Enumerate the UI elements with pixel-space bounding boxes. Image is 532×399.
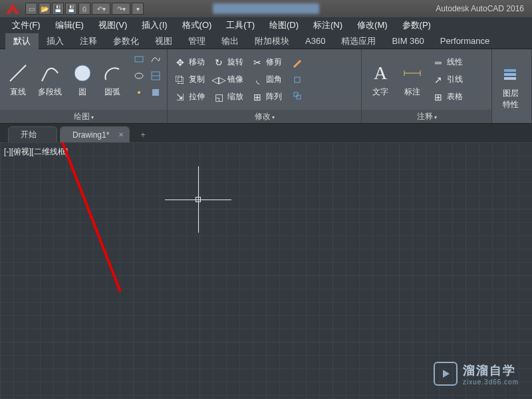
linetype-button[interactable]: ═线性 [430, 55, 466, 70]
array-label: 阵列 [266, 91, 282, 102]
trim-button[interactable]: ✂修剪 [249, 55, 285, 70]
rotate-icon: ↻ [213, 57, 225, 68]
svg-point-6 [138, 91, 140, 94]
mirror-label: 镜像 [227, 74, 243, 85]
line-button[interactable]: 直线 [4, 52, 32, 107]
qat-open-icon[interactable]: 📂 [39, 3, 51, 15]
table-icon: ⊞ [432, 91, 444, 103]
svg-rect-15 [504, 73, 516, 76]
table-label: 表格 [447, 91, 463, 102]
menu-dimension[interactable]: 标注(N) [307, 18, 349, 33]
file-tab-drawing1[interactable]: Drawing1*✕ [60, 126, 130, 142]
qat-more-icon[interactable]: ▾ [132, 3, 144, 15]
qat-redo-icon[interactable]: ↷▾ [112, 3, 130, 15]
ribbon-tab-default[interactable]: 默认 [5, 33, 39, 49]
point-icon[interactable] [132, 85, 146, 100]
erase-icon[interactable] [290, 57, 305, 71]
table-button[interactable]: ⊞表格 [430, 89, 466, 105]
quick-access-toolbar: ▭ 📂 💾 💾 ⎙ ↶▾ ↷▾ ▾ [25, 3, 144, 15]
rotate-button[interactable]: ↻旋转 [210, 55, 246, 70]
file-tab-drawing1-label: Drawing1* [72, 130, 109, 140]
panel-draw-label[interactable]: 绘图 [0, 110, 167, 123]
trim-icon: ✂ [251, 57, 263, 68]
move-button[interactable]: ✥移动 [172, 55, 207, 70]
dim-icon [400, 61, 424, 85]
polyline-icon [38, 61, 62, 85]
text-button[interactable]: A 文字 [366, 52, 395, 107]
layer-props-icon [499, 63, 523, 86]
ribbon-tab-a360[interactable]: A360 [297, 34, 333, 48]
hatch-icon[interactable] [148, 68, 163, 83]
file-tab-start[interactable]: 开始 [8, 126, 57, 142]
svg-rect-16 [504, 77, 516, 80]
menu-params[interactable]: 参数(P) [396, 18, 438, 33]
offset-icon[interactable] [290, 88, 305, 103]
linetype-label: 线性 [447, 57, 463, 68]
svg-rect-7 [152, 89, 159, 96]
menu-edit[interactable]: 编辑(E) [49, 18, 90, 33]
qat-save-icon[interactable]: 💾 [52, 3, 64, 15]
spline-icon[interactable] [148, 52, 163, 66]
polyline-button[interactable]: 多段线 [35, 52, 66, 107]
scale-button[interactable]: ◱缩放 [210, 89, 246, 105]
ribbon-tab-manage[interactable]: 管理 [180, 33, 213, 49]
svg-point-1 [74, 65, 90, 81]
menu-format[interactable]: 格式(O) [176, 18, 219, 33]
stretch-button[interactable]: ⇲拉伸 [172, 89, 207, 105]
ribbon-tabs: 默认 插入 注释 参数化 视图 管理 输出 附加模块 A360 精选应用 BIM… [0, 33, 532, 49]
ribbon-tab-perf[interactable]: Performance [432, 34, 497, 48]
explode-icon[interactable] [290, 72, 305, 87]
viewport-label[interactable]: [-][俯视][二维线框] [4, 146, 68, 158]
move-label: 移动 [189, 57, 205, 68]
panel-annotation-label[interactable]: 注释 [362, 110, 491, 123]
layer-props-button[interactable]: 图层 特性 [496, 52, 525, 120]
mirror-button[interactable]: ◁▷镜像 [210, 72, 246, 88]
ellipse-icon[interactable] [132, 68, 146, 83]
array-button[interactable]: ⊞阵列 [249, 89, 285, 105]
ribbon-tab-annotate[interactable]: 注释 [72, 33, 105, 49]
menu-modify[interactable]: 修改(M) [350, 18, 394, 33]
qat-saveas-icon[interactable]: 💾 [65, 3, 77, 15]
panel-modify: ✥移动 ⿻复制 ⇲拉伸 ↻旋转 ◁▷镜像 ◱缩放 ✂修剪 ◟圆角 ⊞阵列 修改 [168, 49, 362, 123]
copy-label: 复制 [189, 74, 205, 85]
close-icon[interactable]: ✕ [118, 131, 124, 138]
ribbon-tab-output[interactable]: 输出 [213, 33, 247, 49]
menu-insert[interactable]: 插入(I) [135, 18, 174, 33]
svg-rect-9 [294, 92, 298, 96]
app-logo[interactable] [3, 0, 23, 17]
circle-button[interactable]: 圆 [68, 52, 96, 107]
qat-print-icon[interactable]: ⎙ [78, 3, 90, 15]
new-tab-button[interactable]: ＋ [136, 128, 150, 141]
rect-icon[interactable] [132, 52, 146, 66]
ribbon-tab-insert[interactable]: 插入 [39, 33, 72, 49]
dim-button[interactable]: 标注 [398, 52, 427, 107]
menu-tools[interactable]: 工具(T) [219, 18, 261, 33]
menu-file[interactable]: 文件(F) [5, 18, 47, 33]
ribbon-tab-featured[interactable]: 精选应用 [333, 33, 384, 49]
ribbon-tab-param[interactable]: 参数化 [105, 33, 147, 49]
text-label: 文字 [372, 86, 388, 98]
ribbon-tab-view[interactable]: 视图 [147, 33, 180, 49]
trim-label: 修剪 [266, 57, 282, 68]
ribbon-tab-addins[interactable]: 附加模块 [247, 33, 297, 49]
menu-draw[interactable]: 绘图(D) [263, 18, 305, 33]
panel-modify-label[interactable]: 修改 [168, 110, 361, 123]
leader-button[interactable]: ↗引线 [430, 72, 466, 88]
drawing-canvas[interactable]: [-][俯视][二维线框] 溜溜自学 zixue.3d66.com [0, 142, 532, 399]
region-icon[interactable] [148, 85, 163, 100]
titlebar: ▭ 📂 💾 💾 ⎙ ↶▾ ↷▾ ▾ Autodesk AutoCAD 2016 [0, 0, 532, 17]
qat-undo-icon[interactable]: ↶▾ [92, 3, 110, 15]
ribbon-tab-bim360[interactable]: BIM 360 [384, 34, 432, 48]
svg-rect-10 [297, 95, 301, 99]
menubar: 文件(F) 编辑(E) 视图(V) 插入(I) 格式(O) 工具(T) 绘图(D… [0, 17, 532, 33]
watermark-title: 溜溜自学 [463, 362, 519, 378]
polyline-label: 多段线 [38, 86, 62, 98]
scale-icon: ◱ [213, 91, 225, 103]
copy-button[interactable]: ⿻复制 [172, 72, 207, 88]
stretch-label: 拉伸 [189, 91, 205, 102]
watermark-sub: zixue.3d66.com [463, 378, 519, 386]
menu-view[interactable]: 视图(V) [92, 18, 134, 33]
fillet-button[interactable]: ◟圆角 [249, 72, 285, 88]
qat-new-icon[interactable]: ▭ [25, 3, 37, 15]
arc-button[interactable]: 圆弧 [98, 52, 126, 107]
